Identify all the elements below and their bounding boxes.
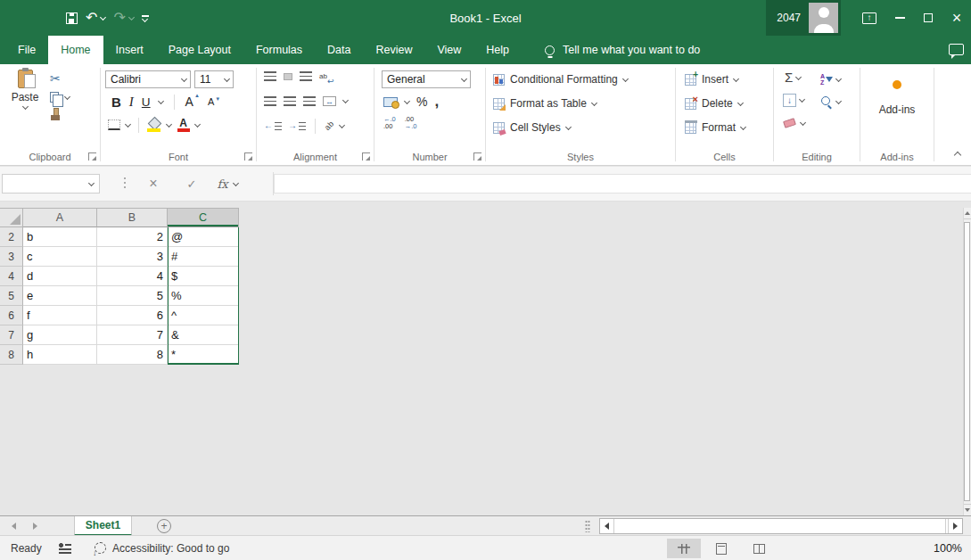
row-header-8[interactable]: 8	[0, 345, 23, 365]
row-header-7[interactable]: 7	[0, 325, 23, 345]
row-header-5[interactable]: 5	[0, 286, 23, 306]
autosum-button[interactable]: Σ	[785, 71, 801, 84]
merge-center-icon[interactable]: ↔	[323, 96, 336, 106]
decrease-indent-icon[interactable]: ←	[264, 121, 282, 130]
cell-A8[interactable]: h	[23, 345, 97, 365]
cell-C8[interactable]: *	[168, 345, 239, 365]
vertical-scroll-thumb[interactable]	[964, 222, 970, 501]
new-sheet-button[interactable]: +	[157, 519, 171, 533]
borders-icon[interactable]	[108, 119, 120, 130]
macro-record-icon[interactable]	[59, 543, 71, 554]
cell-styles-button[interactable]: Cell Styles	[493, 121, 571, 134]
page-layout-view-button[interactable]	[704, 539, 738, 558]
format-painter-icon[interactable]	[50, 108, 61, 120]
align-left-icon[interactable]	[264, 96, 276, 106]
chevron-down-icon[interactable]	[339, 121, 345, 128]
underline-button[interactable]: U	[142, 95, 151, 109]
formula-input[interactable]	[274, 174, 971, 194]
row-header-6[interactable]: 6	[0, 306, 23, 325]
ribbon-tab-insert[interactable]: Insert	[103, 36, 156, 64]
minimize-button[interactable]	[885, 0, 914, 36]
select-all-corner[interactable]	[0, 208, 23, 227]
cell-A3[interactable]: c	[23, 247, 97, 267]
tell-me-box[interactable]: Tell me what you want to do	[545, 36, 700, 64]
scroll-up-icon[interactable]	[964, 208, 971, 219]
cell-A4[interactable]: d	[23, 267, 97, 286]
column-header-C[interactable]: C	[168, 208, 239, 227]
ribbon-tab-review[interactable]: Review	[363, 36, 424, 64]
close-button[interactable]	[942, 0, 971, 36]
wrap-text-icon[interactable]: ab	[319, 72, 335, 80]
align-center-icon[interactable]	[284, 96, 296, 106]
accounting-format-icon[interactable]	[383, 97, 398, 107]
cell-B5[interactable]: 5	[97, 286, 168, 306]
insert-cells-button[interactable]: Insert	[685, 73, 738, 86]
chevron-down-icon[interactable]	[404, 97, 410, 103]
number-format-combo[interactable]: General	[382, 70, 471, 88]
accessibility-status[interactable]: Accessibility: Good to go	[112, 542, 229, 555]
scroll-down-icon[interactable]	[964, 504, 971, 515]
ribbon-tab-formulas[interactable]: Formulas	[243, 36, 315, 64]
customize-qat-button[interactable]	[142, 15, 149, 21]
decrease-decimal-icon[interactable]: .00→.0	[405, 116, 417, 130]
account-button[interactable]: 2047	[766, 0, 841, 36]
italic-button[interactable]: I	[129, 95, 134, 110]
sheet-tab-sheet1[interactable]: Sheet1	[74, 516, 132, 536]
paste-button[interactable]: Paste	[8, 70, 42, 109]
fill-button[interactable]: ↓	[783, 94, 804, 107]
middle-align-button-selected[interactable]	[284, 73, 292, 80]
maximize-button[interactable]	[914, 0, 942, 36]
cell-B8[interactable]: 8	[97, 345, 168, 365]
cell-C5[interactable]: %	[168, 286, 239, 306]
undo-button[interactable]	[86, 10, 105, 26]
sort-filter-button[interactable]: AZ	[820, 73, 841, 86]
enter-button[interactable]	[181, 174, 202, 194]
name-box[interactable]	[2, 174, 100, 194]
cell-B3[interactable]: 3	[97, 247, 168, 267]
bold-button[interactable]: B	[111, 95, 121, 110]
clipboard-dialog-launcher-icon[interactable]	[88, 152, 96, 161]
align-right-icon[interactable]	[303, 96, 316, 106]
cancel-button[interactable]	[143, 174, 164, 194]
cell-C7[interactable]: &	[168, 325, 239, 345]
increase-decimal-icon[interactable]: ←.0.00	[383, 116, 396, 130]
row-header-3[interactable]: 3	[0, 247, 23, 267]
bottom-align-icon[interactable]	[300, 71, 312, 81]
ribbon-tab-file[interactable]: File	[5, 36, 48, 64]
scroll-left-button[interactable]	[600, 519, 614, 533]
fill-color-icon[interactable]	[147, 119, 161, 132]
page-break-view-button[interactable]	[742, 539, 776, 558]
cell-C4[interactable]: $	[168, 267, 239, 286]
decrease-font-size-button[interactable]: A	[208, 96, 220, 107]
column-header-A[interactable]: A	[23, 208, 97, 227]
collapse-ribbon-icon[interactable]	[954, 152, 961, 159]
save-button[interactable]	[66, 12, 78, 24]
clear-button[interactable]	[784, 119, 805, 127]
normal-view-button[interactable]	[667, 539, 701, 558]
font-color-button[interactable]: A	[177, 119, 190, 132]
zoom-level[interactable]: 100%	[934, 542, 962, 555]
conditional-formatting-button[interactable]: Conditional Formatting	[493, 73, 628, 86]
ribbon-tab-home[interactable]: Home	[48, 36, 103, 64]
tab-splitter-handle[interactable]	[585, 520, 590, 532]
cell-A2[interactable]: b	[23, 227, 97, 247]
percent-style-button[interactable]: %	[416, 95, 427, 109]
addins-button[interactable]	[860, 80, 934, 89]
delete-cells-button[interactable]: Delete	[685, 97, 743, 110]
redo-button[interactable]	[113, 10, 133, 26]
horizontal-scrollbar[interactable]	[599, 518, 963, 534]
horizontal-scroll-thumb[interactable]	[616, 519, 946, 533]
ribbon-tab-data[interactable]: Data	[315, 36, 363, 64]
cut-icon[interactable]	[50, 70, 70, 86]
row-header-4[interactable]: 4	[0, 267, 23, 286]
number-dialog-launcher-icon[interactable]	[473, 152, 481, 161]
cell-A5[interactable]: e	[23, 286, 97, 306]
find-select-button[interactable]	[820, 95, 841, 108]
scroll-right-button[interactable]	[948, 519, 962, 533]
comments-icon[interactable]	[949, 44, 964, 55]
top-align-icon[interactable]	[264, 71, 276, 81]
cell-B6[interactable]: 6	[97, 306, 168, 325]
cell-A7[interactable]: g	[23, 325, 97, 345]
cell-B4[interactable]: 4	[97, 267, 168, 286]
ribbon-tab-view[interactable]: View	[424, 36, 473, 64]
